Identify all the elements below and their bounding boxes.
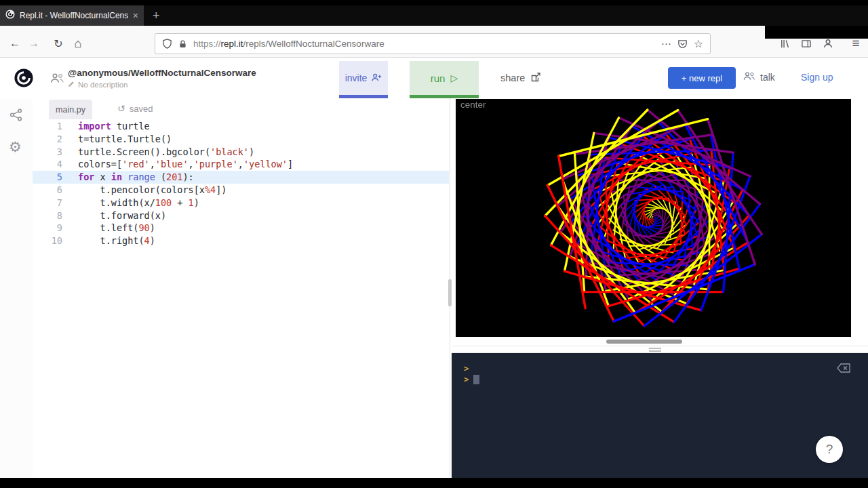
bookmark-star-icon[interactable]: ☆ xyxy=(694,37,703,50)
tracking-shield-icon[interactable] xyxy=(162,39,172,49)
code-line[interactable]: 7 t.width(x/100 + 1) xyxy=(33,197,449,209)
url-bar[interactable]: https://repl.it/repls/WelloffNocturnalCe… xyxy=(155,33,711,54)
code-editor[interactable]: 1import turtle2t=turtle.Turtle()3turtle.… xyxy=(33,120,449,247)
code-line[interactable]: 4colors=['red','blue','purple','yellow'] xyxy=(33,158,449,171)
person-plus-icon xyxy=(371,73,382,84)
console[interactable]: >> xyxy=(452,353,868,478)
file-tab-mainpy[interactable]: main.py xyxy=(49,100,92,119)
replit-logo-icon[interactable] xyxy=(14,68,33,87)
code-line[interactable]: 10 t.right(4) xyxy=(33,235,449,247)
invite-button[interactable]: invite xyxy=(339,61,388,95)
left-rail xyxy=(0,98,33,478)
code-line[interactable]: 3turtle.Screen().bgcolor('black') xyxy=(33,146,449,159)
url-text: https://repl.it/repls/WelloffNocturnalCe… xyxy=(193,39,655,49)
forward-icon[interactable]: → xyxy=(24,34,43,53)
screen: Repl.it - WelloffNocturnalCensorware × +… xyxy=(0,0,868,488)
splitter-handle[interactable] xyxy=(649,348,661,352)
edit-description-icon[interactable] xyxy=(68,81,75,89)
video-artifact xyxy=(765,26,868,39)
letterbox-bottom xyxy=(0,478,868,488)
tab-title: Repl.it - WelloffNocturnalCensorware xyxy=(20,11,128,20)
replit-favicon-icon xyxy=(5,9,15,22)
talk-button[interactable]: talk xyxy=(743,71,775,83)
letterbox-top xyxy=(0,0,868,5)
console-line: > xyxy=(464,363,868,374)
invite-active-indicator xyxy=(339,95,388,98)
share-button[interactable]: share xyxy=(500,70,541,86)
pocket-icon[interactable] xyxy=(677,39,688,49)
share-icon xyxy=(530,72,541,85)
code-line[interactable]: 8 t.forward(x) xyxy=(33,209,449,222)
sign-up-link[interactable]: Sign up xyxy=(801,72,833,83)
code-line[interactable]: 6 t.pencolor(colors[x%4]) xyxy=(33,184,449,197)
code-line[interactable]: 1import turtle xyxy=(33,120,449,133)
collaborators-icon[interactable] xyxy=(50,73,64,86)
home-icon[interactable]: ⌂ xyxy=(68,34,87,53)
canvas-center-label: center xyxy=(460,100,486,110)
back-icon[interactable]: ← xyxy=(5,34,24,53)
new-repl-button[interactable]: + new repl xyxy=(668,67,736,89)
page-actions-icon[interactable]: ⋯ xyxy=(661,38,671,50)
repl-name[interactable]: @anonymous/WelloffNocturnalCensorware xyxy=(68,68,256,78)
code-line[interactable]: 9 t.left(90) xyxy=(33,222,449,235)
code-line[interactable]: 5for x in range (201): xyxy=(33,171,449,184)
browser-tab[interactable]: Repl.it - WelloffNocturnalCensorware × xyxy=(0,5,144,26)
talk-people-icon xyxy=(743,71,755,83)
repl-description: No description xyxy=(68,81,128,89)
turtle-canvas xyxy=(456,99,851,337)
help-button[interactable]: ? xyxy=(816,436,843,463)
new-tab-button[interactable]: + xyxy=(144,5,169,26)
console-cursor xyxy=(473,375,479,384)
clear-console-icon[interactable] xyxy=(837,363,850,375)
horizontal-scrollbar[interactable] xyxy=(606,340,682,344)
share-nodes-icon[interactable] xyxy=(9,108,22,124)
settings-gear-icon[interactable]: ⚙ xyxy=(9,139,22,155)
close-tab-icon[interactable]: × xyxy=(133,11,138,20)
history-icon[interactable]: ↺ xyxy=(117,103,125,114)
save-status: ↺ saved xyxy=(117,103,153,114)
reload-icon[interactable]: ↻ xyxy=(49,34,68,53)
play-icon: ▷ xyxy=(450,73,458,83)
lock-icon[interactable] xyxy=(178,39,187,49)
run-button[interactable]: run ▷ xyxy=(410,61,479,95)
console-line: > xyxy=(464,374,868,385)
code-line[interactable]: 2t=turtle.Turtle() xyxy=(33,133,449,146)
browser-tab-bar: Repl.it - WelloffNocturnalCensorware × + xyxy=(0,5,868,26)
